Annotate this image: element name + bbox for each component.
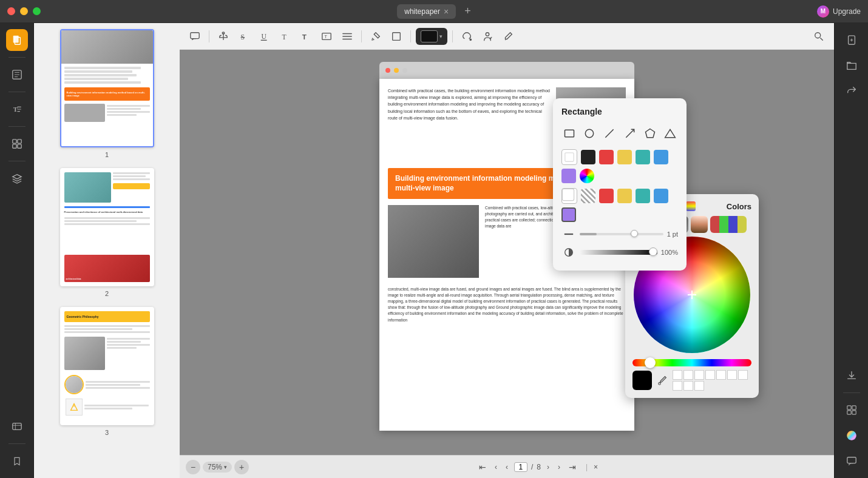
zoom-in-button[interactable]: + xyxy=(234,460,249,474)
nav-prev-button[interactable]: ‹ xyxy=(492,462,500,473)
hex-swatch-4[interactable] xyxy=(716,370,726,380)
upgrade-section: M Upgrade xyxy=(817,5,861,18)
right-sidebar-ai[interactable] xyxy=(841,425,863,446)
underline-tool[interactable]: U xyxy=(256,27,274,45)
rectangle-frame-tool[interactable] xyxy=(387,27,405,45)
thumbnail-item-2[interactable]: Preservation and inheritance of architec… xyxy=(40,168,174,297)
page-number-input[interactable] xyxy=(514,462,527,472)
nav-next-button[interactable]: › xyxy=(555,462,563,473)
zoom-display[interactable]: 75% ▾ xyxy=(203,462,232,473)
thumbnail-frame-1[interactable]: Building environment information modelin… xyxy=(60,29,154,147)
strikethrough-tool[interactable]: S xyxy=(235,27,253,45)
color-swatch xyxy=(421,30,438,42)
fill-color-teal[interactable] xyxy=(636,150,650,164)
stroke-color-blue[interactable] xyxy=(654,189,668,203)
shape-arrow-btn[interactable] xyxy=(622,124,637,143)
close-button[interactable] xyxy=(7,7,15,15)
hex-swatch-8[interactable] xyxy=(683,381,693,391)
shape-circle-btn[interactable] xyxy=(581,124,597,143)
shape-pentagon-btn[interactable] xyxy=(642,124,657,143)
stroke-none-btn[interactable] xyxy=(561,188,577,204)
nav-next2-button[interactable]: › xyxy=(544,462,552,473)
color-palette-preset[interactable] xyxy=(710,216,747,233)
stroke-color-red[interactable] xyxy=(599,189,614,203)
maximize-button[interactable] xyxy=(33,7,41,15)
anchor-tool[interactable] xyxy=(214,27,232,45)
stroke-color-yellow[interactable] xyxy=(617,189,632,203)
paint-brush-tool[interactable] xyxy=(499,27,517,45)
nav-prev2-button[interactable]: ‹ xyxy=(503,462,510,473)
nav-close-button[interactable]: × xyxy=(591,462,600,473)
zoom-dropdown-arrow: ▾ xyxy=(224,464,227,470)
text-serif-tool[interactable]: T xyxy=(276,27,294,45)
sidebar-item-bookmark[interactable] xyxy=(6,450,28,472)
comment-tool[interactable] xyxy=(186,27,204,45)
thumbnail-item-1[interactable]: Building environment information modelin… xyxy=(40,29,174,158)
fill-color-yellow[interactable] xyxy=(617,150,632,164)
color-mode-palette-btn[interactable] xyxy=(686,201,696,211)
color-image-preset[interactable] xyxy=(691,216,708,233)
active-tab[interactable]: whitepaper × xyxy=(397,4,456,19)
hue-slider[interactable] xyxy=(632,359,751,366)
text-sans-tool[interactable]: T xyxy=(297,27,315,45)
text-sans-icon: T xyxy=(300,31,311,42)
fill-color-black[interactable] xyxy=(581,150,595,164)
pen-tool[interactable] xyxy=(367,27,385,45)
stroke-pattern-btn[interactable] xyxy=(581,189,595,203)
thumbnail-label-1: 1 xyxy=(105,151,109,158)
hex-swatch-white[interactable] xyxy=(673,370,682,380)
stroke-weight-slider[interactable] xyxy=(580,233,663,235)
fill-color-red[interactable] xyxy=(599,150,614,164)
sidebar-item-layer-panel[interactable] xyxy=(6,416,28,437)
shape-line-btn[interactable] xyxy=(602,124,617,143)
nav-last-button[interactable]: ⇥ xyxy=(566,461,578,473)
right-sidebar-comments[interactable] xyxy=(841,450,863,472)
hex-swatch-6[interactable] xyxy=(738,370,748,380)
hex-swatch-5[interactable] xyxy=(727,370,737,380)
right-sidebar-share[interactable] xyxy=(841,80,863,102)
hex-swatch-1[interactable] xyxy=(683,370,693,380)
fill-none-btn[interactable] xyxy=(561,149,577,165)
right-sidebar-download[interactable] xyxy=(841,365,863,386)
right-sidebar-grid[interactable] xyxy=(841,399,863,421)
minimize-button[interactable] xyxy=(20,7,28,15)
fill-color-blue[interactable] xyxy=(654,150,668,164)
eyedropper-button[interactable] xyxy=(657,373,668,388)
paint-bucket-tool[interactable] xyxy=(458,27,476,45)
selected-color-swatch[interactable] xyxy=(632,371,652,390)
shape-triangle-btn[interactable] xyxy=(663,124,678,143)
stroke-color-teal[interactable] xyxy=(636,189,650,203)
hex-swatch-7[interactable] xyxy=(673,381,682,391)
thumbnail-frame-2[interactable]: Preservation and inheritance of architec… xyxy=(60,168,154,286)
right-sidebar-doc-add[interactable] xyxy=(841,29,863,51)
right-sidebar-folder[interactable] xyxy=(841,55,863,76)
zoom-out-button[interactable]: − xyxy=(186,460,200,474)
sidebar-item-zoom[interactable] xyxy=(6,64,28,86)
sidebar-item-layout[interactable] xyxy=(6,133,28,155)
search-tool[interactable] xyxy=(810,27,828,45)
opacity-slider[interactable] xyxy=(580,250,657,255)
hex-swatch-2[interactable] xyxy=(694,370,704,380)
header-dot-red xyxy=(385,68,390,73)
new-tab-button[interactable]: + xyxy=(464,5,471,18)
shape-triangle-icon xyxy=(664,127,676,140)
list-tool[interactable] xyxy=(338,27,356,45)
thumbnail-item-3[interactable]: Geometric Philosophy xyxy=(40,307,174,436)
stroke-weight-row: 1 pt xyxy=(561,227,678,241)
fill-color-rainbow[interactable] xyxy=(580,169,594,183)
upgrade-label[interactable]: Upgrade xyxy=(833,7,861,16)
thumbnail-frame-3[interactable]: Geometric Philosophy xyxy=(60,307,154,425)
hex-swatch-9[interactable] xyxy=(694,381,704,391)
stroke-color-purple-selected[interactable] xyxy=(561,207,576,222)
tab-close-button[interactable]: × xyxy=(444,7,449,16)
hex-swatch-3[interactable] xyxy=(705,370,715,380)
textarea-tool[interactable]: T xyxy=(317,27,336,45)
color-fill-button[interactable]: ▾ xyxy=(416,28,447,45)
sidebar-item-pages[interactable] xyxy=(6,29,28,51)
sidebar-item-text-styles[interactable]: T xyxy=(6,98,28,120)
shape-rectangle-btn[interactable] xyxy=(561,124,577,143)
fill-color-purple-light[interactable] xyxy=(561,169,576,183)
sidebar-item-layers[interactable] xyxy=(6,167,28,189)
person-tool[interactable] xyxy=(478,27,497,45)
nav-first-button[interactable]: ⇤ xyxy=(476,461,489,473)
